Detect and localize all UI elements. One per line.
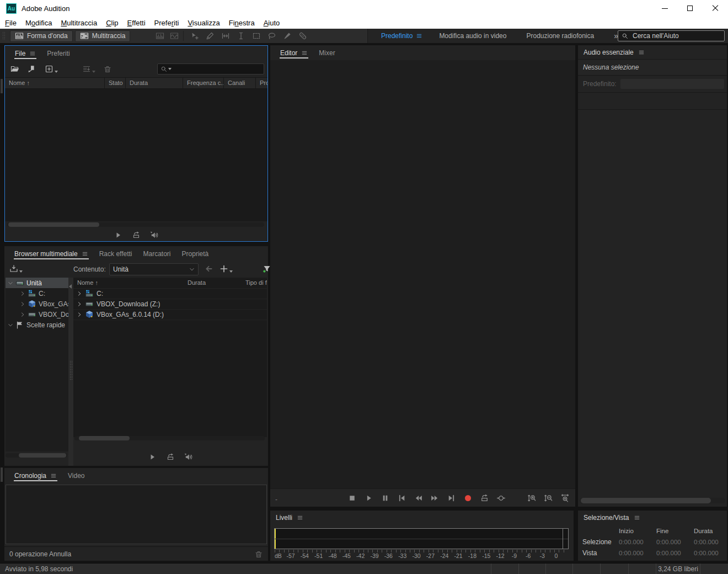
trash-button[interactable] [103, 65, 112, 73]
selection-value[interactable]: 0:00.000 [650, 539, 687, 545]
move-tool-icon[interactable] [190, 31, 199, 40]
spot-healing-tool-icon[interactable] [298, 31, 307, 40]
table-hscrollbar[interactable] [74, 436, 265, 440]
dock-grip[interactable] [1, 467, 3, 482]
files-search-input[interactable] [172, 65, 261, 73]
panel-menu-icon[interactable] [29, 50, 36, 57]
menu-clip[interactable]: Clip [101, 18, 122, 28]
play-icon[interactable] [114, 231, 122, 240]
panel-menu-icon[interactable] [50, 472, 57, 479]
panel-menu-icon[interactable] [301, 50, 308, 56]
play-button[interactable] [364, 493, 373, 503]
import-tray-icon[interactable] [9, 264, 23, 273]
selection-value[interactable]: 0:00.000 [650, 550, 687, 556]
toolbar-gripper[interactable] [2, 31, 5, 40]
menu-file[interactable]: File [1, 18, 21, 28]
menu-icon[interactable] [416, 33, 422, 39]
tab-proprieta[interactable]: Proprietà [176, 246, 215, 261]
maximize-button[interactable] [677, 0, 703, 17]
loop-play-button[interactable] [480, 493, 489, 503]
chev-d-icon[interactable] [8, 322, 13, 328]
tree-splitter[interactable] [68, 278, 73, 466]
scrollbar-thumb[interactable] [8, 222, 99, 227]
lasso-selection-tool-icon[interactable] [267, 31, 276, 40]
help-search-input[interactable] [631, 31, 721, 40]
selection-value[interactable]: 0:00.000 [687, 550, 725, 556]
loop-play-icon[interactable] [166, 453, 175, 461]
tree-hscrollbar[interactable] [6, 453, 67, 458]
tree-item[interactable]: Scelte rapide [6, 320, 68, 330]
menu-modifica[interactable]: Modifica [21, 18, 56, 28]
column-header-canali[interactable]: Canali [223, 78, 255, 88]
scrollbar-thumb[interactable] [19, 453, 66, 458]
spectral-frequency-icon[interactable] [156, 31, 164, 40]
spectral-pitch-icon[interactable] [170, 31, 179, 40]
menu-preferiti[interactable]: Preferiti [150, 18, 184, 28]
column-header-nome[interactable]: Nome ↑ [73, 278, 184, 288]
files-search-box[interactable] [157, 63, 264, 75]
table-row[interactable]: VBOX_Download (Z:) [73, 299, 267, 310]
minimize-button[interactable] [652, 0, 677, 17]
auto-play-speaker-icon[interactable] [184, 453, 193, 461]
import-file-button[interactable] [27, 65, 36, 73]
selection-value[interactable]: 0:00.000 [612, 550, 650, 556]
help-search-box[interactable] [618, 30, 725, 41]
time-selection-tool-icon[interactable] [237, 31, 245, 40]
editor-canvas[interactable] [270, 60, 575, 488]
close-button[interactable] [703, 0, 728, 17]
slip-tool-icon[interactable] [221, 31, 230, 40]
content-dropdown[interactable]: Unità [109, 263, 199, 275]
panel-menu-icon[interactable] [634, 514, 640, 521]
tab-marcatori[interactable]: Marcatori [138, 246, 176, 261]
open-folder-button[interactable] [10, 65, 19, 73]
razor-tool-icon[interactable] [206, 31, 215, 40]
panel-menu-icon[interactable] [638, 49, 645, 56]
tab-mixer[interactable]: Mixer [313, 45, 340, 60]
pause-button[interactable] [381, 493, 390, 503]
panel-menu-icon[interactable] [82, 251, 88, 257]
zoom-selection-button[interactable] [560, 493, 570, 503]
essential-hscrollbar[interactable] [580, 498, 725, 503]
waveform-view-button[interactable]: Forma d'onda [10, 30, 73, 42]
menu-visualizza[interactable]: Visualizza [183, 18, 224, 28]
tab-browser-multimediale[interactable]: Browser multimediale [9, 246, 94, 261]
column-header-profondit-bit[interactable]: Profondità bit [255, 78, 267, 88]
tree-item[interactable]: VBOX_Download (Z:) [6, 309, 68, 320]
tree-item[interactable]: Unità [6, 278, 68, 288]
insert-into-multitrack-button[interactable] [82, 65, 95, 73]
stop-button[interactable] [347, 493, 357, 503]
tab-video[interactable]: Video [62, 468, 90, 483]
skip-forward-button[interactable] [447, 493, 456, 503]
tree-item[interactable]: C: [6, 288, 68, 299]
dock-grip[interactable] [1, 79, 3, 93]
selection-value[interactable]: 0:00.000 [612, 539, 650, 545]
fast-forward-button[interactable] [430, 493, 440, 503]
column-header-frequenza-c-[interactable]: Frequenza c... [183, 78, 223, 88]
paintbrush-tool-icon[interactable] [283, 31, 292, 40]
scrollbar-thumb[interactable] [581, 498, 711, 503]
workspace-tab-2[interactable]: Modifica audio in video [432, 32, 513, 40]
chev-r-icon[interactable] [20, 301, 25, 307]
menu-finestra[interactable]: Finestra [224, 18, 259, 28]
menu-aiuto[interactable]: Aiuto [259, 18, 285, 28]
tree-item[interactable]: VBox_GAs_6.0.14 (D:) [6, 299, 68, 309]
table-row[interactable]: C: [73, 289, 267, 299]
record-button[interactable] [463, 493, 473, 503]
play-icon[interactable] [148, 453, 157, 461]
chev-d-icon[interactable] [8, 280, 13, 286]
collapse-arrow-icon[interactable] [69, 284, 72, 289]
panel-menu-icon[interactable] [297, 514, 303, 521]
preset-dropdown[interactable] [620, 79, 724, 89]
zoom-in-button[interactable] [527, 493, 537, 503]
skip-back-button[interactable] [397, 493, 406, 503]
files-hscrollbar[interactable] [7, 222, 264, 227]
marquee-selection-tool-icon[interactable] [252, 31, 261, 40]
chev-r-icon[interactable] [20, 312, 25, 317]
tab-file[interactable]: File [9, 46, 41, 61]
new-file-button[interactable] [45, 65, 58, 73]
scrollbar-thumb[interactable] [79, 436, 130, 440]
multitrack-view-button[interactable]: Multitraccia [75, 30, 131, 42]
menu-effetti[interactable]: Effetti [123, 18, 150, 28]
workspace-overflow-button[interactable]: » [614, 31, 617, 40]
chev-r-icon[interactable] [77, 301, 82, 307]
